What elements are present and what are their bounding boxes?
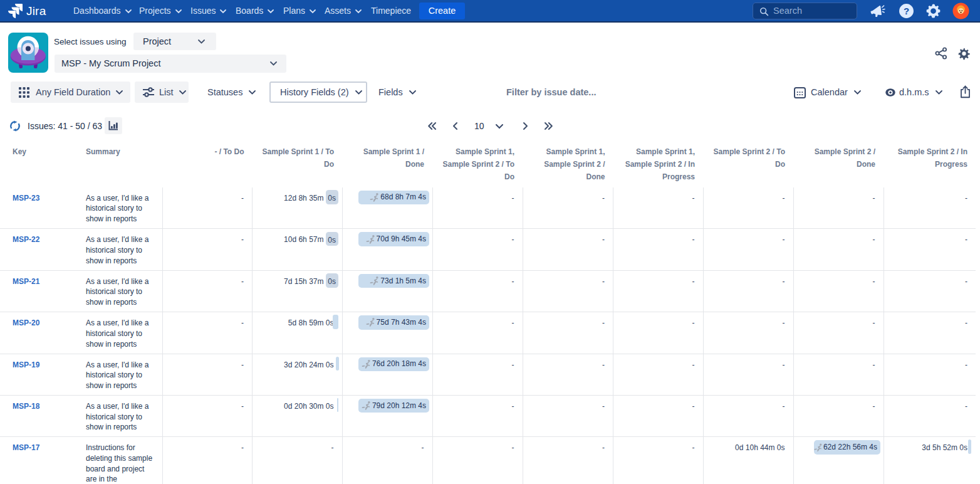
svg-text:?: ? — [904, 6, 909, 16]
